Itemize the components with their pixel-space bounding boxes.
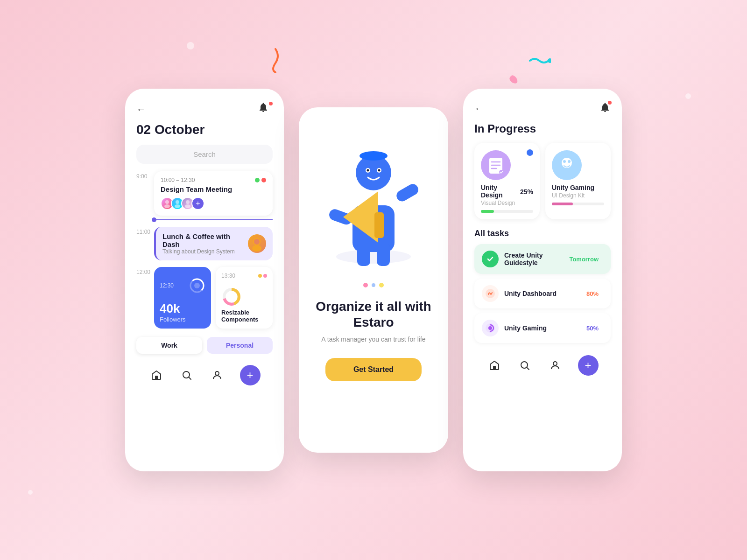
phone3-profile-nav[interactable]	[548, 358, 563, 373]
dot-green	[255, 178, 260, 182]
card-blue-header: 12:30	[160, 277, 205, 294]
svg-point-46	[486, 255, 494, 263]
card-white-header: 13:30	[221, 273, 267, 279]
svg-point-13	[194, 283, 200, 288]
progress-cards-row: Unity Design 25% Visual Design	[474, 143, 611, 219]
lunch-title: Lunch & Coffee with Dash	[162, 232, 248, 248]
phones-container: ← 02 October Search 9:00 10:00 –	[125, 89, 622, 471]
home-nav-button[interactable]	[149, 368, 164, 383]
donut-chart-icon	[221, 287, 242, 307]
onboarding-subtitle: A task manager you can trust for life	[321, 336, 425, 343]
in-progress-title: In Progress	[474, 122, 611, 135]
profile-nav-button[interactable]	[210, 368, 225, 383]
task-item-2[interactable]: Unity Dashboard 80%	[474, 279, 611, 308]
svg-point-41	[563, 160, 566, 163]
svg-line-19	[189, 378, 191, 380]
bell-icon[interactable]	[258, 102, 273, 117]
svg-point-4	[176, 200, 179, 204]
progress-card-name-row-1: Unity Design 25%	[481, 184, 533, 200]
card-blue-time: 12:30	[160, 282, 174, 289]
phone3-header: ←	[474, 102, 611, 115]
meeting-title: Design Team Meeting	[161, 185, 266, 193]
small-cards-row: 12:30 40k Followers	[154, 267, 273, 329]
svg-point-2	[165, 200, 169, 204]
svg-rect-26	[395, 182, 420, 203]
tabs-row: Work Personal	[136, 337, 273, 354]
timeline-dot	[152, 217, 156, 222]
task-item-1[interactable]: Create Unity Guidestyle Tomorrow	[474, 244, 611, 274]
avatars-row: +	[161, 197, 266, 210]
phone3-search-nav[interactable]	[517, 358, 532, 373]
dot-red	[261, 178, 266, 182]
progress-card-sub-2: UI Design Kit	[552, 192, 604, 199]
phone3-bell-wrapper	[599, 102, 611, 115]
meeting-dots	[255, 178, 266, 182]
search-nav-button[interactable]	[179, 368, 194, 383]
task-icon-3	[482, 320, 499, 336]
task-icon-2	[482, 285, 499, 302]
time-label-9: 9:00	[136, 171, 154, 180]
get-started-button[interactable]: Get Started	[325, 358, 422, 381]
all-tasks-title: All tasks	[474, 229, 611, 238]
back-button[interactable]: ←	[136, 104, 146, 115]
phone3-back-button[interactable]: ←	[474, 103, 484, 114]
svg-point-34	[359, 151, 388, 161]
lunch-subtitle: Talking about Design System	[162, 248, 248, 255]
deco-dot-pink	[363, 283, 368, 287]
svg-point-10	[254, 239, 260, 245]
search-bar[interactable]: Search	[136, 145, 273, 164]
svg-point-42	[568, 160, 571, 163]
pie-chart-icon	[189, 277, 205, 294]
phone3-add-nav[interactable]: +	[578, 355, 599, 376]
progress-card-name-2: Unity Gaming	[552, 184, 604, 191]
phone1-header: ←	[136, 102, 273, 117]
timeline-progress-line	[154, 219, 273, 220]
task-name-3: Unity Gaming	[504, 324, 582, 332]
date-title: 02 October	[136, 122, 273, 137]
progress-bar-bg-2	[552, 203, 604, 205]
timeline: 9:00 10:00 – 12:30 Design Team Meeting	[136, 171, 273, 332]
task-name-2: Unity Dashboard	[504, 290, 582, 297]
progress-card-unity-design[interactable]: Unity Design 25% Visual Design	[474, 143, 540, 219]
progress-card-name-1: Unity Design	[481, 184, 520, 199]
task-icon-1	[482, 251, 499, 267]
svg-point-1	[548, 58, 551, 63]
svg-rect-17	[155, 376, 158, 379]
phone2-content: Organize it all with Estaro A task manag…	[299, 107, 448, 453]
time-content-9: 10:00 – 12:30 Design Team Meeting	[154, 171, 273, 224]
task-badge-3: 50%	[582, 323, 603, 334]
lunch-card[interactable]: Lunch & Coffee with Dash Talking about D…	[154, 227, 273, 260]
svg-rect-50	[493, 366, 496, 370]
phone-3: ← In Progress	[463, 89, 622, 471]
avatar-add[interactable]: +	[191, 197, 204, 210]
time-content-11: Lunch & Coffee with Dash Talking about D…	[154, 227, 273, 264]
onboarding-illustration	[317, 126, 430, 275]
deco-dot-yellow	[379, 283, 384, 287]
phone-1: ← 02 October Search 9:00 10:00 –	[125, 89, 284, 471]
svg-rect-45	[563, 168, 571, 174]
add-nav-button[interactable]: +	[240, 365, 261, 385]
card-blue-number: 40k	[160, 301, 205, 316]
meeting-card-header: 10:00 – 12:30	[161, 177, 266, 183]
progress-bar-fill-2	[552, 203, 573, 205]
card-white-time: 13:30	[221, 273, 235, 279]
dot-yellow	[258, 274, 262, 278]
progress-card-unity-gaming[interactable]: Unity Gaming UI Design Kit	[545, 143, 611, 219]
task-badge-1: Tomorrow	[564, 254, 603, 265]
svg-point-7	[185, 204, 190, 208]
tab-personal[interactable]: Personal	[207, 337, 273, 354]
svg-rect-29	[374, 212, 384, 238]
tab-work[interactable]: Work	[136, 337, 202, 354]
phone3-bottom-nav: +	[474, 348, 611, 379]
card-blue[interactable]: 12:30 40k Followers	[154, 267, 211, 329]
time-label-12: 12:00	[136, 267, 154, 275]
svg-rect-23	[357, 243, 370, 266]
card-white[interactable]: 13:30	[216, 267, 273, 329]
meeting-card[interactable]: 10:00 – 12:30 Design Team Meeting	[154, 171, 273, 216]
task-item-3[interactable]: Unity Gaming 50%	[474, 313, 611, 343]
phone3-home-nav[interactable]	[487, 358, 502, 373]
mascot-unity-gaming	[552, 150, 582, 180]
progress-bar-bg-1	[481, 210, 533, 213]
task-badge-2: 80%	[582, 288, 603, 299]
svg-line-44	[572, 160, 576, 164]
